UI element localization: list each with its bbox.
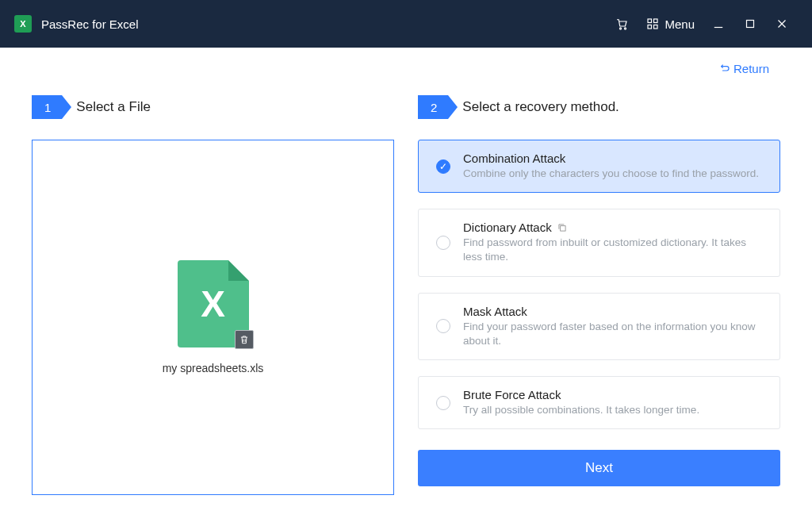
method-title: Brute Force Attack [463,388,765,401]
cart-button[interactable] [606,8,638,40]
svg-point-0 [620,28,622,29]
file-icon-wrap: X [178,260,249,347]
app-logo-glyph: X [20,19,25,29]
delete-file-button[interactable] [235,330,254,349]
next-button[interactable]: Next [418,450,780,486]
method-desc: Find password from inbuilt or customized… [463,236,765,264]
column-recovery-method: 2 Select a recovery method. Combination … [418,95,780,495]
method-radio[interactable] [436,396,450,410]
titlebar: X PassRec for Excel Menu [0,0,812,48]
svg-rect-2 [648,19,652,23]
menu-button[interactable]: Menu [645,17,695,31]
maximize-icon [743,17,757,31]
minimize-icon [711,17,726,31]
column-select-file: 1 Select a File X my spreadsheets.xls [32,95,394,495]
app-logo-icon: X [14,15,32,33]
method-desc: Try all possible combinations. It takes … [463,403,765,417]
close-button[interactable] [766,8,798,40]
svg-rect-7 [747,21,754,28]
maximize-button[interactable] [734,8,766,40]
trash-icon [239,334,250,345]
file-name-label: my spreadsheets.xls [163,362,264,374]
step-2-number: 2 [431,101,437,114]
method-card[interactable]: Combination AttackCombine only the chara… [418,140,780,193]
method-card[interactable]: Dictionary AttackFind password from inbu… [418,209,780,276]
method-card[interactable]: Mask AttackFind your password faster bas… [418,293,780,360]
return-button[interactable]: Return [718,62,769,75]
step-2-badge: 2 [418,95,448,119]
method-title-text: Combination Attack [463,152,565,165]
method-title-text: Brute Force Attack [463,388,561,401]
method-title: Combination Attack [463,152,765,165]
svg-rect-3 [654,19,658,23]
method-desc: Find your password faster based on the i… [463,320,765,348]
close-icon [775,17,789,31]
excel-glyph: X [201,282,225,325]
svg-rect-5 [654,25,658,29]
svg-rect-10 [560,225,565,230]
minimize-button[interactable] [703,8,734,40]
method-radio[interactable] [436,159,450,174]
step-1-badge: 1 [32,95,62,119]
step-1-heading: 1 Select a File [32,95,394,119]
method-radio[interactable] [436,236,450,250]
file-drop-panel[interactable]: X my spreadsheets.xls [32,140,394,495]
menu-label: Menu [665,17,695,31]
cart-icon [615,17,629,31]
copy-icon [557,222,568,233]
svg-rect-4 [648,25,652,29]
app-title: PassRec for Excel [41,17,139,31]
main-content: Return 1 Select a File X [0,48,812,526]
return-icon [718,63,730,75]
method-title-text: Dictionary Attack [463,221,552,234]
step-2-heading: 2 Select a recovery method. [418,95,780,119]
method-list: Combination AttackCombine only the chara… [418,140,780,429]
menu-grid-icon [645,17,660,31]
svg-point-1 [625,28,626,29]
next-label: Next [585,460,613,475]
return-label: Return [733,62,769,75]
method-desc: Combine only the characters you choose t… [463,167,765,181]
method-title: Mask Attack [463,305,765,318]
method-title: Dictionary Attack [463,221,765,234]
method-title-text: Mask Attack [463,305,527,318]
step-2-title: Select a recovery method. [462,99,619,115]
method-card[interactable]: Brute Force AttackTry all possible combi… [418,376,780,429]
step-1-title: Select a File [76,99,151,115]
method-radio[interactable] [436,319,450,333]
step-1-number: 1 [44,101,51,114]
